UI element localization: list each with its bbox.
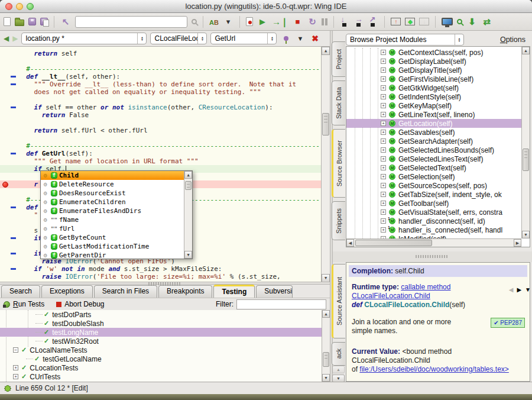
code-line[interactable] bbox=[0, 96, 321, 104]
close-editor-button[interactable]: ✖ bbox=[312, 34, 319, 43]
scrollbar-thumb[interactable] bbox=[185, 181, 192, 190]
expander-icon[interactable]: + bbox=[381, 103, 386, 108]
clear-breakpoints-icon[interactable]: ↓ bbox=[419, 18, 429, 25]
expander-icon[interactable]: + bbox=[381, 201, 386, 206]
browser-tree-row[interactable]: +M1handler_is_connected(self, handl bbox=[346, 225, 521, 234]
scroll-up-button[interactable]: ▲ bbox=[184, 171, 192, 179]
fold-marker-icon[interactable] bbox=[11, 237, 16, 239]
goto-pointer-icon[interactable]: ↖ bbox=[60, 17, 71, 27]
editor-menu-chevron-icon[interactable]: ▼ bbox=[297, 35, 303, 42]
scrollbar-thumb[interactable] bbox=[523, 149, 529, 171]
code-line[interactable]: def GetUrl(self): bbox=[0, 150, 321, 157]
expander-icon[interactable]: + bbox=[381, 165, 386, 170]
spellcheck-icon[interactable]: AB bbox=[209, 17, 219, 27]
fold-marker-icon[interactable] bbox=[11, 76, 16, 78]
code-line[interactable] bbox=[0, 134, 321, 142]
fold-marker-icon[interactable] bbox=[11, 268, 16, 270]
browser-tree-row[interactable]: +MGetFirstVisibleLine(self) bbox=[346, 75, 521, 83]
tab-ack[interactable]: ack bbox=[332, 342, 345, 366]
browser-tree-row[interactable]: +MGetSelectedLinesText(self) bbox=[346, 154, 521, 163]
browser-tree-row[interactable]: +MGetLocation(self) bbox=[346, 119, 521, 128]
expander-icon[interactable]: + bbox=[381, 76, 386, 82]
expander-icon[interactable]: + bbox=[381, 67, 386, 73]
search-project-icon[interactable] bbox=[457, 19, 462, 24]
sync-icon[interactable]: ⇄ bbox=[481, 17, 492, 27]
code-line[interactable]: return False bbox=[0, 111, 321, 119]
tabs-scroll-left-icon[interactable]: ◀ bbox=[509, 286, 514, 293]
scroll-right-button[interactable]: ▶ bbox=[514, 239, 521, 247]
update-icon[interactable]: ⬇ bbox=[466, 17, 477, 27]
expander-icon[interactable]: + bbox=[381, 174, 386, 179]
completion-item[interactable]: ⚙fDoesResourceExist bbox=[41, 189, 185, 198]
test-tree-row[interactable]: ✓testWin32Root bbox=[0, 337, 330, 346]
search-icon[interactable] bbox=[192, 19, 197, 24]
completion-item[interactable]: ⚙fEnumerateFilesAndDirs bbox=[41, 207, 185, 215]
browser-tree-row[interactable]: +MGetContextClass(self, pos) bbox=[346, 48, 521, 57]
step-out-icon[interactable]: ↗ bbox=[368, 17, 378, 27]
browser-tree-row[interactable]: +MGetSearchAdapter(self) bbox=[346, 137, 521, 146]
pause-icon[interactable] bbox=[322, 18, 327, 25]
code-line[interactable] bbox=[0, 57, 321, 65]
scroll-down-button[interactable]: ▼ bbox=[522, 231, 530, 238]
browser-tree-row[interactable]: +MGetSelection(self) bbox=[346, 172, 521, 181]
scrollbar-thumb[interactable] bbox=[322, 113, 329, 136]
history-back-button[interactable]: ◀ bbox=[4, 34, 9, 43]
tab-exceptions[interactable]: Exceptions bbox=[41, 285, 93, 298]
code-line[interactable]: raise IOError('File too large: size=%i; … bbox=[0, 273, 321, 280]
browser-tree-row[interactable]: +MIsModified(self) bbox=[346, 234, 521, 238]
debug-file-icon[interactable] bbox=[246, 17, 253, 26]
test-tree-row[interactable]: −✓CLocalNameTests bbox=[0, 346, 330, 354]
history-forward-button[interactable]: ▶ bbox=[12, 34, 18, 43]
browser-vscrollbar[interactable]: ▲ ▼ bbox=[521, 47, 530, 238]
expander-icon[interactable]: + bbox=[381, 50, 386, 55]
testing-vscrollbar[interactable]: ▲ ▼ bbox=[322, 310, 330, 382]
open-file-icon[interactable] bbox=[15, 20, 24, 26]
class-dropdown[interactable]: CLocalFileLoc ▲▼ bbox=[150, 33, 207, 44]
fold-marker-icon[interactable] bbox=[11, 83, 16, 85]
titlebar[interactable]: location.py (wingutils): ide-5.0-qt.wpr:… bbox=[0, 0, 532, 13]
scrollbar-thumb[interactable] bbox=[323, 352, 329, 367]
completion-item[interactable]: ⚙""fName bbox=[41, 215, 185, 224]
toolbar-search-input[interactable] bbox=[75, 16, 187, 28]
expander-icon[interactable]: + bbox=[381, 147, 386, 153]
debug-probe-icon[interactable] bbox=[442, 18, 453, 25]
step-over-icon[interactable]: → bbox=[354, 17, 364, 27]
test-tree-row[interactable]: +✓CUrlTests bbox=[0, 372, 330, 381]
browser-tree-row[interactable]: +MGetIndentStyle(self) bbox=[346, 92, 521, 101]
scroll-up-button[interactable]: ▲ bbox=[522, 47, 530, 54]
enable-breakpoints-icon[interactable]: ↑ bbox=[391, 18, 401, 25]
scroll-left-button[interactable]: ◀ bbox=[346, 239, 354, 247]
browser-tree-row[interactable]: +MGetToolbar(self) bbox=[346, 199, 521, 208]
test-tree-row[interactable]: ✓testLongName bbox=[0, 328, 330, 337]
options-menu[interactable]: Options bbox=[500, 36, 525, 44]
fold-marker-icon[interactable] bbox=[11, 107, 16, 108]
code-line[interactable]: return self bbox=[0, 50, 321, 57]
testing-tree[interactable]: ✓testDotParts✓testDoubleSlash✓testLongNa… bbox=[0, 310, 330, 382]
tab-source-browser[interactable]: Source Browser bbox=[332, 129, 345, 198]
completion-item[interactable]: ⚙fDeleteResource bbox=[41, 180, 185, 189]
expander-icon[interactable]: + bbox=[381, 183, 386, 188]
tabs-scroll-up-button[interactable]: ▲ bbox=[332, 366, 345, 373]
scroll-down-button[interactable]: ▼ bbox=[184, 251, 192, 259]
expander-icon[interactable]: + bbox=[381, 209, 386, 215]
completion-item[interactable]: ⚙fGetByteCount bbox=[41, 233, 185, 242]
test-tree-row[interactable]: ✓testDoubleSlash bbox=[0, 319, 330, 328]
splitter-grip[interactable] bbox=[416, 255, 449, 258]
browser-tree-row[interactable]: +MGetDisplayTitle(self) bbox=[346, 66, 521, 75]
tab-source-assistant[interactable]: Source Assistant bbox=[332, 264, 345, 338]
tab-snippets[interactable]: Snippets bbox=[332, 201, 345, 240]
source-browser-tree[interactable]: +MGetContextClass(self, pos)+MGetDisplay… bbox=[346, 46, 530, 247]
code-line[interactable]: #---------------------------------------… bbox=[0, 65, 321, 73]
fold-marker-icon[interactable] bbox=[11, 253, 16, 254]
tab-search-in-files[interactable]: Search in Files bbox=[94, 285, 157, 298]
class-link[interactable]: CLocalFileLocation.Child bbox=[352, 292, 430, 300]
save-all-icon[interactable] bbox=[40, 18, 48, 25]
expander-icon[interactable]: + bbox=[381, 227, 386, 233]
code-line[interactable]: """ Override __lt__ (less-than) to defin… bbox=[0, 80, 321, 88]
run-icon[interactable]: ▶ bbox=[257, 17, 268, 27]
browser-tree-row[interactable]: +MGetKeyMap(self) bbox=[346, 101, 521, 110]
pep287-badge[interactable]: ✔ PEP287 bbox=[491, 318, 525, 328]
expander-icon[interactable]: + bbox=[13, 374, 18, 379]
tabs-menu-icon[interactable]: ▼ bbox=[525, 286, 531, 293]
new-breakpoint-icon[interactable]: ◆ bbox=[405, 18, 415, 25]
